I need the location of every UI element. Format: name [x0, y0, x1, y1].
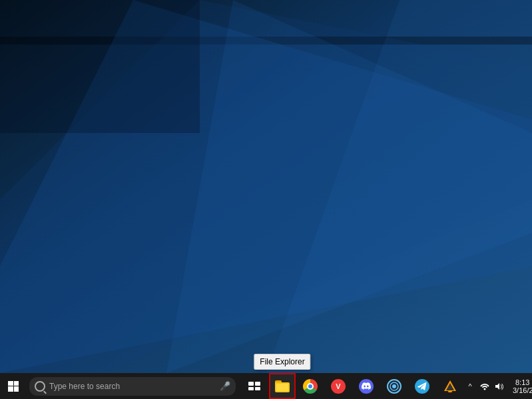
- tray-network-icon[interactable]: [478, 373, 491, 399]
- svg-rect-11: [448, 391, 452, 392]
- svg-rect-6: [0, 0, 200, 133]
- telegram-icon: [415, 379, 429, 394]
- vivaldi-icon: V: [331, 379, 346, 394]
- steam-icon: [387, 379, 401, 394]
- taskbar-icon-steam[interactable]: [381, 373, 407, 399]
- search-placeholder-text: Type here to search: [49, 382, 220, 391]
- clock-date: 3/16/2026: [513, 386, 532, 394]
- folder-icon: [275, 380, 290, 392]
- tray-volume-icon[interactable]: [493, 373, 506, 399]
- chrome-icon: [303, 379, 318, 394]
- vlc-icon: [443, 379, 457, 394]
- desktop-wallpaper: [0, 0, 532, 373]
- task-view-icon: [248, 382, 260, 390]
- discord-icon: [359, 379, 374, 394]
- svg-marker-13: [495, 383, 499, 390]
- system-tray: ^ 8:13 PM 3/16/2026: [463, 373, 532, 399]
- taskbar-icons: File Explorer V: [241, 373, 463, 399]
- windows-logo-icon: [8, 381, 19, 392]
- taskbar-icon-discord[interactable]: [353, 373, 380, 399]
- taskbar-icon-file-explorer[interactable]: File Explorer: [269, 373, 296, 399]
- taskbar-icon-task-view[interactable]: [241, 373, 268, 399]
- desktop: [0, 0, 532, 373]
- search-icon: [35, 381, 45, 392]
- taskbar: Type here to search 🎤: [0, 373, 532, 399]
- svg-point-8: [392, 384, 396, 388]
- clock-time: 8:13 PM: [515, 378, 532, 386]
- svg-point-12: [484, 388, 486, 390]
- taskbar-icon-telegram[interactable]: [409, 373, 435, 399]
- taskbar-icon-vlc[interactable]: [437, 373, 463, 399]
- system-clock[interactable]: 8:13 PM 3/16/2026: [507, 373, 532, 399]
- tray-up-arrow[interactable]: ^: [463, 373, 477, 399]
- microphone-icon[interactable]: 🎤: [220, 381, 230, 391]
- start-button[interactable]: [0, 373, 27, 399]
- taskbar-icon-chrome[interactable]: [297, 373, 324, 399]
- search-bar[interactable]: Type here to search 🎤: [29, 377, 236, 396]
- taskbar-icon-vivaldi[interactable]: V: [325, 373, 352, 399]
